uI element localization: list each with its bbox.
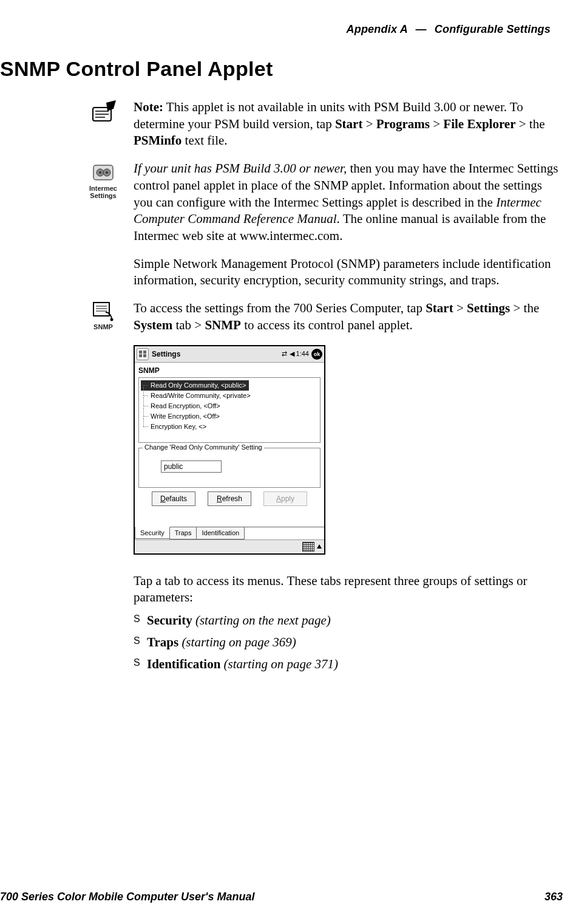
bullet-list: Security (starting on the next page) Tra… xyxy=(134,612,563,672)
access-text: To access the settings from the 700 Seri… xyxy=(134,300,563,334)
snmp-para-text: Simple Network Management Protocol (SNMP… xyxy=(134,256,563,289)
titlebar: Settings ⇄ ◀ 1:44 ok xyxy=(135,346,324,363)
intermec-icon-caption: Intermec Settings xyxy=(85,185,121,199)
device-screenshot: Settings ⇄ ◀ 1:44 ok SNMP Read Only Comm… xyxy=(134,345,563,555)
bullet-security: Security (starting on the next page) xyxy=(134,612,563,629)
start-flag-icon[interactable] xyxy=(137,348,149,360)
intermec-settings-icon: Intermec Settings xyxy=(85,162,121,199)
snmp-paragraph: Simple Network Management Protocol (SNMP… xyxy=(134,256,563,289)
defaults-button[interactable]: Defaults xyxy=(152,491,195,506)
tab-identification[interactable]: Identification xyxy=(196,527,245,539)
bullet-identification: Identification (starting on page 371) xyxy=(134,656,563,673)
appendix-label: Appendix A xyxy=(347,23,408,35)
setting-value-input[interactable] xyxy=(161,460,222,473)
after-screenshot-para: Tap a tab to access its menus. These tab… xyxy=(134,573,563,673)
dash: — xyxy=(410,23,431,35)
fieldset-legend: Change 'Read Only Community' Setting xyxy=(143,443,264,451)
change-setting-fieldset: Change 'Read Only Community' Setting xyxy=(138,448,321,488)
tab-security[interactable]: Security xyxy=(135,527,170,539)
tree-item-encryption-key[interactable]: Encryption Key, <> xyxy=(141,422,318,432)
footer-page-number: 363 xyxy=(545,891,563,903)
header-title: Configurable Settings xyxy=(435,23,551,35)
titlebar-title: Settings xyxy=(152,350,180,358)
note-icon xyxy=(85,100,121,123)
refresh-button[interactable]: Refresh xyxy=(208,491,251,506)
tree-item-read-only-community[interactable]: Read Only Community, <public> xyxy=(141,380,249,391)
snmp-icon-caption: SNMP xyxy=(85,323,121,330)
tree-item-read-write-community[interactable]: Read/Write Community, <private> xyxy=(141,391,318,401)
up-arrow-icon[interactable] xyxy=(317,544,322,549)
access-block: SNMP To access the settings from the 700… xyxy=(134,300,563,334)
panel-title: SNMP xyxy=(135,363,324,376)
footer-left: 700 Series Color Mobile Computer User's … xyxy=(0,891,254,903)
apply-button: Apply xyxy=(263,491,307,506)
svg-point-7 xyxy=(99,171,101,174)
settings-tree[interactable]: Read Only Community, <public> Read/Write… xyxy=(138,377,321,443)
keyboard-icon[interactable] xyxy=(302,542,314,552)
svg-rect-9 xyxy=(93,303,109,316)
running-head: Appendix A — Configurable Settings xyxy=(0,23,551,36)
note-text: Note: This applet is not available in un… xyxy=(134,99,563,149)
svg-point-8 xyxy=(106,171,108,174)
intermec-block: Intermec Settings If your unit has PSM B… xyxy=(134,160,563,245)
svg-point-13 xyxy=(110,318,114,321)
page-footer: 700 Series Color Mobile Computer User's … xyxy=(0,891,587,903)
bullet-traps: Traps (starting on page 369) xyxy=(134,634,563,651)
tab-strip: Security Traps Identification xyxy=(135,527,324,539)
ok-button[interactable]: ok xyxy=(311,349,322,360)
tab-traps[interactable]: Traps xyxy=(169,527,197,539)
tree-item-read-encryption[interactable]: Read Encryption, <Off> xyxy=(141,401,318,411)
note-block: Note: This applet is not available in un… xyxy=(134,99,563,149)
snmp-icon: SNMP xyxy=(85,301,121,330)
intermec-text: If your unit has PSM Build 3.00 or newer… xyxy=(134,160,563,245)
tree-item-write-encryption[interactable]: Write Encryption, <Off> xyxy=(141,411,318,422)
bottom-bar xyxy=(135,539,324,553)
status-icons: ⇄ ◀ 1:44 xyxy=(282,350,309,358)
section-title: SNMP Control Panel Applet xyxy=(0,57,575,81)
note-prefix: Note: xyxy=(134,100,163,114)
